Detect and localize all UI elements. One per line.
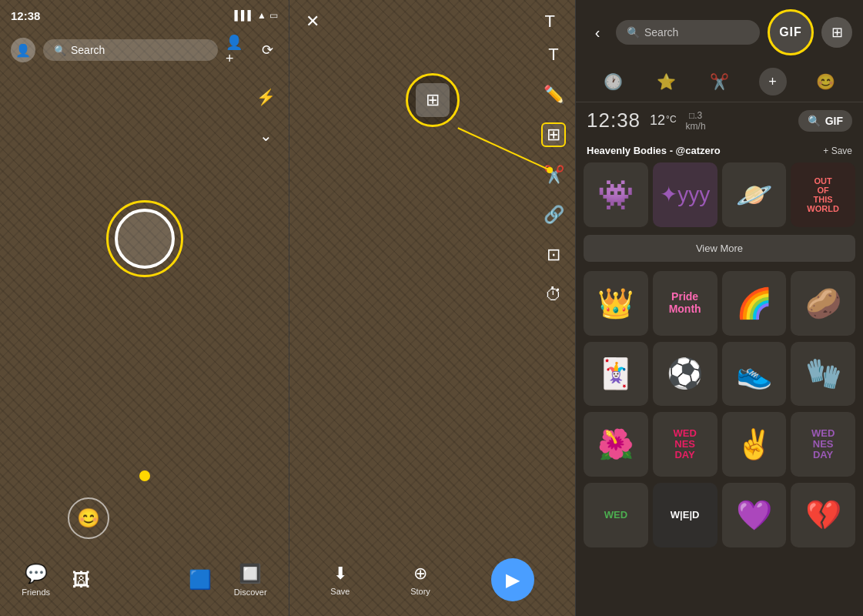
widget-speed-unit: km/h <box>686 121 706 132</box>
widget-temp: 12 °C <box>650 112 677 129</box>
sticker-cell[interactable]: 🪐 <box>722 162 787 227</box>
gif-search-mini[interactable]: 🔍 GIF <box>798 110 852 132</box>
sticker-cell[interactable]: 💔 <box>791 483 855 547</box>
pen-icon[interactable]: ✏️ <box>541 82 566 107</box>
capture-outer-ring <box>106 200 183 277</box>
sticker-cell[interactable]: ⚽ <box>653 342 717 407</box>
emoji-button[interactable]: 😊 <box>68 497 109 539</box>
save-icon: ⬇ <box>333 564 347 584</box>
sticker-cell[interactable]: OUTOFTHISWORLD <box>791 162 855 227</box>
friends-nav[interactable]: 💬 Friends <box>22 563 50 597</box>
rotate-camera-icon[interactable]: ⟳ <box>256 39 278 61</box>
bitmoji-icon: 🟦 <box>189 569 212 591</box>
sticker-cell[interactable]: 👾 <box>584 162 648 227</box>
sticker-icon[interactable]: ⊞ <box>416 83 450 117</box>
status-icons: ▌▌▌ ▲ ▭ <box>235 10 278 21</box>
sticker-cell[interactable]: 💜 <box>722 483 787 547</box>
edit-bottom-bar: ⬇ Save ⊕ Story ▶ <box>289 551 575 616</box>
search-icon-gif: 🔍 <box>627 26 640 38</box>
sticker-cell[interactable]: 🌈 <box>722 271 787 336</box>
flash-icon[interactable]: ⚡ <box>253 85 278 109</box>
back-button[interactable]: ‹ <box>587 22 608 43</box>
memories-nav[interactable]: 🖼 <box>72 569 91 591</box>
sticker-cell[interactable]: 🃏 <box>584 342 648 407</box>
sticker-cell[interactable]: WEDNESDAY <box>791 412 855 477</box>
send-to-button[interactable]: ▶ <box>491 558 534 601</box>
friends-icon: 💬 <box>25 563 48 584</box>
yellow-dot <box>139 470 150 481</box>
favorites-icon[interactable]: ⭐ <box>653 68 681 95</box>
sticker-cell[interactable]: ✌️ <box>722 412 787 477</box>
friends-label: Friends <box>22 588 50 597</box>
heavenly-bodies-grid: 👾 ✦yyy 🪐 OUTOFTHISWORLD <box>584 162 855 227</box>
recent-icon[interactable]: 🕐 <box>600 68 627 95</box>
view-more-button[interactable]: View More <box>584 235 855 262</box>
edit-right-toolbar: T ✏️ ⊞ ✂️ 🔗 ⊡ ⏱ <box>541 42 566 307</box>
link-icon[interactable]: 🔗 <box>541 203 566 227</box>
timer-icon[interactable]: ⏱ <box>541 283 566 307</box>
section-title: Heavenly Bodies - @catzero <box>587 145 721 156</box>
sticker-cell[interactable]: 🥔 <box>791 271 855 336</box>
camera-right-toolbar: ⚡ ⌄ <box>253 85 278 148</box>
edit-panel: ✕ T ⊞ T ✏️ ⊞ ✂️ 🔗 ⊡ ⏱ ⬇ Save ⊕ Story ▶ <box>289 0 576 616</box>
status-time: 12:38 <box>11 9 40 22</box>
avatar-icon[interactable]: 👤 <box>11 38 35 62</box>
sticker-cell[interactable]: WED <box>584 483 648 547</box>
sticker-cell[interactable]: W|E|D <box>653 483 717 547</box>
add-category-button[interactable]: + <box>759 68 787 95</box>
text-tool-icon[interactable]: T <box>545 12 555 32</box>
svg-line-0 <box>458 128 550 170</box>
discover-nav[interactable]: 🔲 Discover <box>234 563 267 597</box>
sticker-cell[interactable]: 🌺 <box>584 412 648 477</box>
gif-search-mini-label: GIF <box>825 115 843 127</box>
section-save[interactable]: + Save <box>823 146 852 156</box>
emoji-category-icon[interactable]: 😊 <box>812 68 840 95</box>
save-button[interactable]: ⬇ Save <box>330 564 350 596</box>
sticker-cell[interactable]: 🧤 <box>791 342 855 407</box>
camera-panel: 12:38 ▌▌▌ ▲ ▭ 👤 🔍 Search 👤+ ⟳ ⚡ ⌄ 😊 <box>0 0 289 616</box>
sticker-cell[interactable]: WEDNESDAY <box>653 412 717 477</box>
sticker-cell[interactable]: ✦yyy <box>653 162 717 227</box>
memories-icon: 🖼 <box>72 569 91 591</box>
sticker-cell[interactable]: 👑 <box>584 271 648 336</box>
text-icon[interactable]: T <box>541 42 566 67</box>
gif-content: Heavenly Bodies - @catzero + Save 👾 ✦yyy… <box>576 139 863 616</box>
capture-button[interactable] <box>115 209 175 269</box>
capture-ring-wrapper <box>106 200 183 277</box>
story-label: Story <box>410 587 430 596</box>
close-button[interactable]: ✕ <box>300 9 325 34</box>
camera-top-bar: 👤 🔍 Search 👤+ ⟳ <box>0 31 289 69</box>
widget-temp-value: 12 <box>650 112 665 129</box>
camera-search-bar[interactable]: 🔍 Search <box>43 39 218 61</box>
gif-options-button[interactable]: ⊞ <box>821 17 852 48</box>
sticker-cell[interactable]: PrideMonth <box>653 271 717 336</box>
widget-speed: □.3 km/h <box>686 110 706 132</box>
misc-sticker-row: WED W|E|D 💜 💔 <box>584 483 855 547</box>
story-icon: ⊕ <box>413 564 427 584</box>
gif-badge-highlight: GIF <box>768 9 814 55</box>
wednesday-sticker-row: 🌺 WEDNESDAY ✌️ WEDNESDAY <box>584 412 855 477</box>
story-button[interactable]: ⊕ Story <box>410 564 430 596</box>
sports-sticker-row: 🃏 ⚽ 👟 🧤 <box>584 342 855 407</box>
sticker-cell[interactable]: 👟 <box>722 342 787 407</box>
crop-icon[interactable]: ⊡ <box>541 243 566 267</box>
bitmoji-nav[interactable]: 🟦 <box>189 569 212 591</box>
gif-header: ‹ 🔍 Search GIF ⊞ <box>576 0 863 62</box>
gif-panel: ‹ 🔍 Search GIF ⊞ 🕐 ⭐ ✂️ + 😊 12:38 12 °C … <box>576 0 863 616</box>
gif-badge-text[interactable]: GIF <box>779 25 802 39</box>
widget-temp-unit: °C <box>666 114 676 125</box>
widget-speed-value: □.3 <box>689 110 702 121</box>
widget-time: 12:38 <box>587 109 641 132</box>
discover-icon: 🔲 <box>239 563 262 584</box>
save-label: Save <box>330 587 350 596</box>
gif-search-mini-icon: 🔍 <box>808 115 821 127</box>
scissors-icon[interactable]: ✂️ <box>541 162 566 187</box>
gif-search-bar[interactable]: 🔍 Search <box>616 20 760 45</box>
add-friends-icon[interactable]: 👤+ <box>226 39 247 61</box>
sticker-tool-icon[interactable]: ⊞ <box>541 122 566 147</box>
top-right-icons: 👤+ ⟳ <box>226 39 278 61</box>
scissors-category-icon[interactable]: ✂️ <box>706 68 734 95</box>
widget-bar: 12:38 12 °C □.3 km/h 🔍 GIF <box>576 102 863 139</box>
chevron-down-icon[interactable]: ⌄ <box>253 123 278 148</box>
gif-categories: 🕐 ⭐ ✂️ + 😊 <box>576 62 863 102</box>
